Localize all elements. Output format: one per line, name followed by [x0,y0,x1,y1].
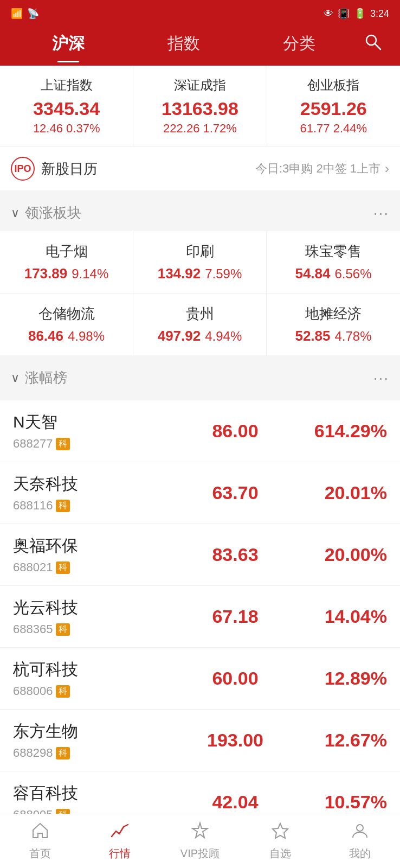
svg-marker-2 [273,824,288,838]
sector-item-5[interactable]: 地摊经济 52.85 4.78% [267,293,400,355]
profile-icon [351,821,369,844]
gainers-header: ∨ 涨幅榜 ··· [0,360,400,396]
bottom-nav-profile[interactable]: 我的 [320,814,400,868]
sector-item-3[interactable]: 仓储物流 86.46 4.98% [0,293,133,355]
sector-pct-0: 9.14% [72,266,108,282]
gainer-name-3: 光云科技 [13,597,181,619]
ipo-bar[interactable]: IPO 新股日历 今日:3申购 2中签 1上市 › [0,147,400,195]
vibrate-icon: 📳 [338,8,350,20]
gainer-row-0[interactable]: N天智 688277 科 86.00 614.29% [0,400,400,462]
gainer-pct-2: 20.00% [289,544,387,565]
gainer-pct-3: 14.04% [289,606,387,627]
bottom-nav-profile-label: 我的 [349,846,371,861]
gainer-name-0: N天智 [13,411,181,433]
home-icon [31,821,49,844]
sector-value-5: 52.85 [295,328,330,344]
sector-value-4: 497.92 [158,328,201,344]
sim-icon: 📶 [11,8,23,20]
ipo-badge: IPO [11,157,35,181]
gainer-info-3: 光云科技 688365 科 [13,597,181,636]
ipo-title: 新股日历 [41,159,255,178]
sector-pct-1: 7.59% [205,266,242,282]
sector-item-1[interactable]: 印刷 134.92 7.59% [133,231,267,293]
index-name-shanghai: 上证指数 [9,76,124,94]
gainer-row-2[interactable]: 奥福环保 688021 科 83.63 20.00% [0,524,400,586]
gainer-row-3[interactable]: 光云科技 688365 科 67.18 14.04% [0,586,400,648]
gainer-name-4: 杭可科技 [13,659,181,681]
sci-badge-3: 科 [56,623,70,636]
sector-value-3: 86.46 [28,328,63,344]
gainer-pct-6: 10.57% [289,792,387,813]
gainer-price-5: 193.00 [181,730,289,751]
index-name-shenzhen: 深证成指 [142,76,257,94]
sector-item-2[interactable]: 珠宝零售 54.84 6.56% [267,231,400,293]
gainer-info-1: 天奈科技 688116 科 [13,473,181,513]
index-item-shanghai[interactable]: 上证指数 3345.34 12.46 0.37% [0,66,133,146]
sci-badge-0: 科 [56,438,70,450]
index-value-shenzhen: 13163.98 [142,98,257,119]
leading-sectors-header-left: ∨ 领涨板块 [11,203,81,222]
gainer-code-4: 688006 [13,684,53,698]
gainer-price-2: 83.63 [181,544,289,565]
tab-shanghai-shenzhen[interactable]: 沪深 [11,27,126,60]
index-change-chinext: 61.77 2.44% [276,122,391,136]
sector-name-2: 珠宝零售 [273,242,393,261]
sector-item-0[interactable]: 电子烟 173.89 9.14% [0,231,133,293]
bottom-nav-market[interactable]: 行情 [80,814,160,868]
svg-line-1 [375,44,380,49]
index-change-shanghai: 12.46 0.37% [9,122,124,136]
gainer-code-5: 688298 [13,746,53,760]
tab-category[interactable]: 分类 [241,27,357,60]
sci-badge-1: 科 [56,500,70,512]
status-bar-right: 👁 📳 🔋 3:24 [324,8,389,20]
bottom-nav-home[interactable]: 首页 [0,814,80,868]
gainer-price-6: 42.04 [181,792,289,813]
gainer-code-1: 688116 [13,499,53,513]
gainer-info-0: N天智 688277 科 [13,411,181,451]
vip-icon [191,821,209,844]
gainer-info-5: 东方生物 688298 科 [13,720,181,760]
sector-pct-5: 4.78% [335,329,372,344]
nav-tabs: 沪深 指数 分类 [0,27,400,66]
bottom-nav: 首页 行情 VIP投顾 自选 我的 [0,814,400,868]
sector-pct-2: 6.56% [335,266,372,282]
status-time: 3:24 [370,8,389,20]
gainer-info-2: 奥福环保 688021 科 [13,535,181,575]
gainer-code-2: 688021 [13,560,53,575]
sectors-grid: 电子烟 173.89 9.14% 印刷 134.92 7.59% 珠宝零售 54… [0,231,400,355]
index-item-shenzhen[interactable]: 深证成指 13163.98 222.26 1.72% [133,66,267,146]
more-icon[interactable]: ··· [373,205,389,222]
ipo-arrow-icon: › [385,161,389,176]
sector-value-0: 173.89 [24,265,68,282]
chevron-down-icon: ∨ [11,206,20,220]
search-button[interactable] [357,32,389,55]
gainers-chevron-icon: ∨ [11,371,20,385]
gainer-pct-4: 12.89% [289,668,387,689]
bottom-nav-market-label: 行情 [109,846,131,861]
index-name-chinext: 创业板指 [276,76,391,94]
gainer-pct-5: 12.67% [289,730,387,751]
gainer-price-0: 86.00 [181,420,289,442]
leading-sectors-header: ∨ 领涨板块 ··· [0,195,400,231]
gainer-name-2: 奥福环保 [13,535,181,557]
gainers-section: N天智 688277 科 86.00 614.29% 天奈科技 688116 科… [0,400,400,833]
sector-item-4[interactable]: 贵州 497.92 4.94% [133,293,267,355]
gainer-pct-0: 614.29% [289,420,387,442]
bottom-nav-watchlist[interactable]: 自选 [240,814,320,868]
watchlist-icon [271,821,289,844]
gainer-row-5[interactable]: 东方生物 688298 科 193.00 12.67% [0,710,400,771]
index-item-chinext[interactable]: 创业板指 2591.26 61.77 2.44% [267,66,400,146]
sci-badge-4: 科 [56,685,70,698]
gainer-code-0: 688277 [13,437,53,451]
gainer-name-6: 容百科技 [13,782,181,805]
gainers-more-icon[interactable]: ··· [373,369,389,387]
sector-pct-3: 4.98% [68,329,105,344]
gainer-row-1[interactable]: 天奈科技 688116 科 63.70 20.01% [0,462,400,524]
sector-value-1: 134.92 [158,265,201,282]
bottom-nav-vip[interactable]: VIP投顾 [160,814,240,868]
gainer-name-5: 东方生物 [13,720,181,743]
tab-index[interactable]: 指数 [126,27,242,60]
battery-icon: 🔋 [354,8,366,20]
gainer-code-3: 688365 [13,622,53,636]
gainer-row-4[interactable]: 杭可科技 688006 科 60.00 12.89% [0,648,400,710]
